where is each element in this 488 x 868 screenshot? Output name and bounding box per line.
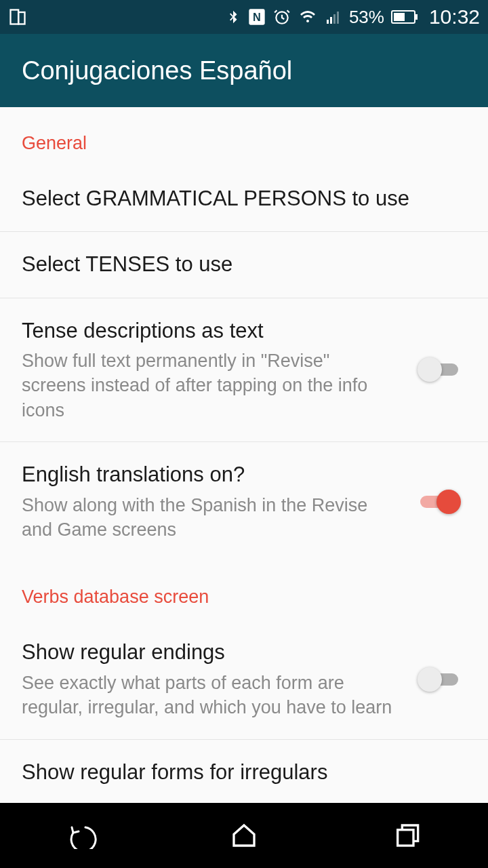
toggle-show-regular-endings[interactable] (418, 666, 461, 693)
svg-rect-7 (333, 14, 336, 24)
recent-apps-button[interactable] (366, 815, 447, 856)
row-subtitle: Show along with the Spanish in the Revis… (22, 493, 399, 542)
svg-rect-11 (394, 13, 405, 21)
svg-rect-8 (337, 12, 339, 24)
app-title: Conjugaciones Español (22, 56, 292, 85)
row-grammatical-persons[interactable]: Select GRAMMATICAL PERSONS to use (0, 166, 488, 232)
navigation-bar (0, 803, 488, 868)
multi-window-icon (8, 7, 27, 26)
section-header-verbs: Verbs database screen (0, 561, 488, 620)
row-show-regular-endings[interactable]: Show regular endings See exactly what pa… (0, 620, 488, 739)
toggle-tense-descriptions[interactable] (418, 356, 461, 383)
row-tense-descriptions[interactable]: Tense descriptions as text Show full tex… (0, 298, 488, 443)
row-title: Select GRAMMATICAL PERSONS to use (22, 185, 453, 212)
row-title: Show regular forms for irregulars (22, 759, 453, 786)
back-button[interactable] (41, 815, 122, 856)
row-title: English translations on? (22, 461, 399, 488)
row-title: Show regular endings (22, 639, 399, 666)
row-subtitle: See exactly what parts of each form are … (22, 671, 399, 720)
svg-rect-0 (11, 10, 19, 24)
svg-rect-10 (415, 14, 418, 20)
svg-text:N: N (253, 11, 261, 23)
svg-rect-6 (330, 17, 332, 24)
clock-text: 10:32 (429, 5, 480, 28)
svg-rect-1 (18, 12, 24, 24)
toggle-english-translations[interactable] (418, 488, 461, 515)
signal-icon (325, 9, 342, 25)
app-bar: Conjugaciones Español (0, 34, 488, 107)
wifi-icon (298, 9, 318, 25)
home-button[interactable] (203, 815, 285, 856)
svg-rect-5 (327, 20, 329, 24)
battery-percent: 53% (349, 7, 384, 28)
row-tenses[interactable]: Select TENSES to use (0, 232, 488, 298)
bluetooth-icon (226, 7, 241, 26)
row-subtitle: Show full text permanently in "Revise" s… (22, 349, 399, 422)
row-title: Select TENSES to use (22, 251, 453, 278)
status-bar: N 53% 10:32 (0, 0, 488, 34)
alarm-icon (273, 8, 291, 26)
section-header-general: General (0, 107, 488, 166)
row-english-translations[interactable]: English translations on? Show along with… (0, 442, 488, 561)
row-show-regular-forms-irregulars[interactable]: Show regular forms for irregulars (0, 740, 488, 793)
settings-list: General Select GRAMMATICAL PERSONS to us… (0, 107, 488, 803)
nfc-icon: N (247, 7, 266, 26)
battery-icon (391, 9, 418, 24)
svg-rect-12 (398, 830, 413, 846)
row-title: Tense descriptions as text (22, 317, 399, 344)
